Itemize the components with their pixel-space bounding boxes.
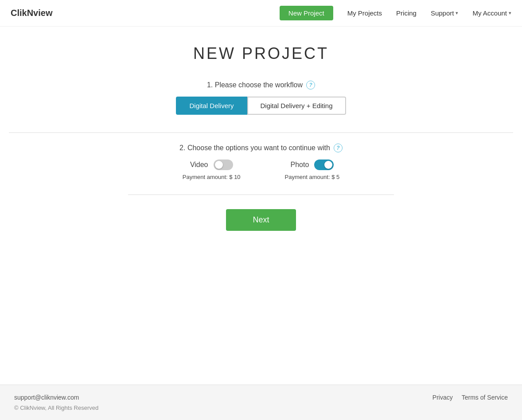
- options-section: 2. Choose the options you want to contin…: [128, 144, 394, 184]
- photo-option-row: Photo: [291, 159, 334, 170]
- support-chevron-icon: ▾: [456, 10, 458, 16]
- next-button[interactable]: Next: [226, 209, 296, 231]
- pricing-link[interactable]: Pricing: [396, 9, 417, 17]
- page-title: NEW PROJECT: [193, 44, 329, 63]
- step1-help-icon[interactable]: ?: [306, 81, 315, 89]
- support-link[interactable]: Support ▾: [431, 9, 459, 17]
- privacy-link[interactable]: Privacy: [432, 394, 453, 401]
- step2-help-icon[interactable]: ?: [334, 144, 343, 152]
- options-grid: Video Payment amount: $ 10 Photo: [128, 159, 394, 180]
- my-account-chevron-icon: ▾: [509, 10, 511, 16]
- digital-delivery-editing-button[interactable]: Digital Delivery + Editing: [247, 97, 346, 115]
- video-toggle[interactable]: [214, 159, 233, 170]
- my-account-link[interactable]: My Account ▾: [472, 9, 511, 17]
- digital-delivery-button[interactable]: Digital Delivery: [176, 97, 247, 115]
- section-divider-2: [128, 194, 394, 195]
- photo-label: Photo: [291, 161, 309, 169]
- video-option-row: Video: [190, 159, 233, 170]
- main-content: NEW PROJECT 1. Please choose the workflo…: [0, 27, 522, 385]
- workflow-section: 1. Please choose the workflow ? Digital …: [128, 81, 394, 129]
- footer-inner: support@cliknview.com Privacy Terms of S…: [14, 394, 508, 401]
- section-divider-1: [9, 132, 513, 133]
- workflow-buttons: Digital Delivery Digital Delivery + Edit…: [128, 97, 394, 115]
- footer-copyright: © ClikNview, All Rights Reserved: [14, 404, 508, 411]
- footer: support@cliknview.com Privacy Terms of S…: [0, 385, 522, 420]
- video-label: Video: [190, 161, 208, 169]
- photo-option: Photo Payment amount: $ 5: [285, 159, 340, 180]
- photo-payment-amount: Payment amount: $ 5: [285, 174, 340, 180]
- new-project-button[interactable]: New Project: [280, 6, 333, 20]
- navbar: ClikNview New Project My Projects Pricin…: [0, 0, 522, 27]
- my-projects-link[interactable]: My Projects: [347, 9, 382, 17]
- step2-label: 2. Choose the options you want to contin…: [128, 144, 394, 152]
- nav-links: New Project My Projects Pricing Support …: [280, 6, 511, 20]
- video-option: Video Payment amount: $ 10: [183, 159, 241, 180]
- video-payment-amount: Payment amount: $ 10: [183, 174, 241, 180]
- footer-email: support@cliknview.com: [14, 394, 79, 401]
- terms-link[interactable]: Terms of Service: [462, 394, 508, 401]
- photo-toggle[interactable]: [314, 159, 334, 170]
- footer-links: Privacy Terms of Service: [432, 394, 508, 401]
- step1-label: 1. Please choose the workflow ?: [128, 81, 394, 89]
- brand-logo[interactable]: ClikNview: [11, 8, 280, 18]
